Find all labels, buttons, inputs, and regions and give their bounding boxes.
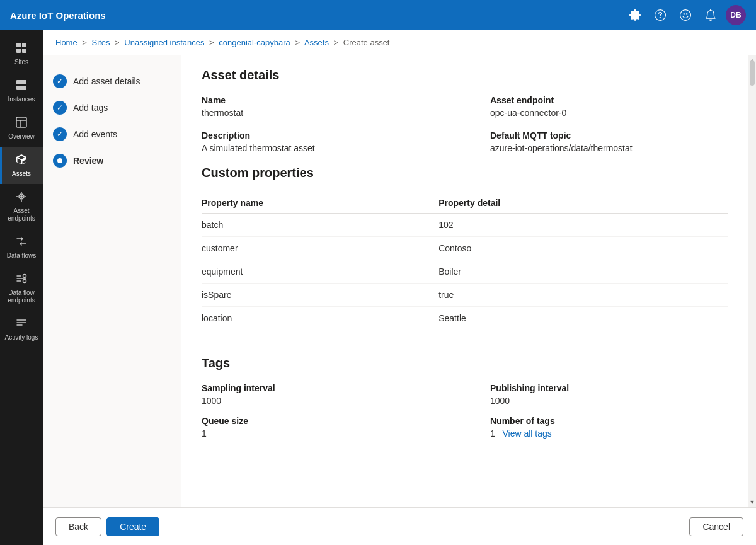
back-button[interactable]: Back: [55, 517, 101, 536]
sites-label: Sites: [14, 59, 28, 66]
top-bar-icons: DB: [625, 5, 746, 25]
table-row: batch102: [202, 214, 728, 237]
queue-size-field-group: Queue size 1: [202, 416, 440, 439]
assets-label: Assets: [12, 170, 31, 178]
queue-size-label: Queue size: [202, 416, 440, 426]
create-button[interactable]: Create: [106, 517, 159, 536]
step-icon-add-events: ✓: [53, 127, 67, 141]
help-icon[interactable]: [650, 5, 670, 25]
wizard-step-review: Review: [53, 147, 171, 174]
mqtt-label: Default MQTT topic: [490, 130, 728, 141]
section-divider: [202, 343, 728, 343]
breadcrumb: Home > Sites > Unassigned instances > co…: [43, 30, 756, 55]
tags-field-grid: Sampling interval 1000 Publishing interv…: [202, 383, 728, 439]
asset-endpoints-icon: [15, 190, 28, 205]
breadcrumb-unassigned[interactable]: Unassigned instances: [124, 38, 204, 47]
property-detail-cell: true: [438, 284, 728, 307]
property-detail-cell: Contoso: [438, 237, 728, 260]
form-area: Asset details Name thermostat Asset endp…: [181, 55, 748, 507]
property-name-cell: equipment: [202, 260, 438, 284]
data-flows-label: Data flows: [7, 252, 37, 260]
asset-details-grid: Name thermostat Asset endpoint opc-ua-co…: [202, 95, 728, 153]
cancel-button[interactable]: Cancel: [689, 517, 743, 536]
number-of-tags-label: Number of tags: [490, 416, 728, 426]
property-name-header: Property name: [202, 193, 438, 214]
wizard-panel: ✓ Add asset details ✓ Add tags ✓ Add eve…: [43, 55, 181, 507]
table-row: locationSeattle: [202, 307, 728, 330]
publishing-interval-label: Publishing interval: [490, 383, 728, 393]
sidebar-item-data-flow-endpoints[interactable]: Data flow endpoints: [0, 266, 43, 311]
asset-details-title: Asset details: [202, 68, 728, 83]
sidebar-item-asset-endpoints[interactable]: Asset endpoints: [0, 184, 43, 229]
wizard-step-add-asset-details: ✓ Add asset details: [53, 68, 171, 95]
asset-endpoint-value: opc-ua-connector-0: [490, 108, 728, 118]
breadcrumb-sites[interactable]: Sites: [92, 38, 110, 47]
feedback-icon[interactable]: [675, 5, 696, 25]
step-icon-add-tags: ✓: [53, 101, 67, 115]
settings-icon[interactable]: [625, 5, 645, 25]
action-bar: Back Create Cancel: [43, 507, 756, 545]
step-icon-add-asset-details: ✓: [53, 74, 67, 88]
publishing-interval-value: 1000: [490, 396, 728, 406]
data-flow-endpoints-icon: [15, 272, 28, 287]
publishing-interval-field-group: Publishing interval 1000: [490, 383, 728, 406]
sidebar-item-instances[interactable]: Instances: [0, 72, 43, 110]
step-label-review: Review: [73, 156, 103, 166]
instances-label: Instances: [8, 96, 35, 103]
tags-title: Tags: [202, 356, 728, 370]
breadcrumb-assets[interactable]: Assets: [304, 38, 329, 47]
svg-rect-4: [16, 80, 26, 84]
app-title: Azure IoT Operations: [10, 10, 625, 21]
number-of-tags-field-group: Number of tags 1 View all tags: [490, 416, 728, 439]
svg-point-11: [23, 275, 26, 278]
svg-rect-0: [16, 43, 21, 47]
sampling-interval-label: Sampling interval: [202, 383, 440, 393]
mqtt-field-group: Default MQTT topic azure-iot-operations/…: [490, 130, 728, 153]
name-label: Name: [202, 95, 440, 105]
overview-icon: [15, 116, 28, 130]
wizard-step-add-events: ✓ Add events: [53, 121, 171, 147]
property-name-cell: location: [202, 307, 438, 330]
data-flows-icon: [15, 235, 28, 250]
instances-icon: [15, 79, 28, 93]
scrollbar-thumb[interactable]: [750, 60, 755, 86]
custom-properties-table: Property name Property detail batch102cu…: [202, 193, 728, 330]
breadcrumb-current: Create asset: [343, 38, 390, 47]
breadcrumb-instance[interactable]: congenial-capybara: [219, 38, 290, 47]
step-label-add-asset-details: Add asset details: [73, 76, 140, 86]
step-label-add-tags: Add tags: [73, 103, 108, 113]
user-avatar[interactable]: DB: [726, 5, 746, 25]
svg-point-10: [20, 195, 23, 198]
overview-label: Overview: [8, 133, 35, 141]
svg-rect-2: [16, 49, 21, 53]
table-row: equipmentBoiler: [202, 260, 728, 284]
svg-rect-6: [16, 117, 26, 127]
name-value: thermostat: [202, 108, 440, 118]
sidebar-item-data-flows[interactable]: Data flows: [0, 229, 43, 266]
data-flow-endpoints-label: Data flow endpoints: [3, 289, 40, 304]
wizard-step-add-tags: ✓ Add tags: [53, 95, 171, 121]
sidebar: Sites Instances Overview Assets Asset en…: [0, 30, 43, 545]
property-detail-cell: 102: [438, 214, 728, 237]
breadcrumb-home[interactable]: Home: [55, 38, 77, 47]
sidebar-item-overview[interactable]: Overview: [0, 110, 43, 147]
form-content: Asset details Name thermostat Asset endp…: [181, 55, 748, 451]
sidebar-item-activity-logs[interactable]: Activity logs: [0, 311, 43, 348]
sidebar-item-sites[interactable]: Sites: [0, 35, 43, 72]
view-all-tags-link[interactable]: View all tags: [502, 428, 551, 439]
main-layout: Sites Instances Overview Assets Asset en…: [0, 30, 756, 545]
property-name-cell: isSpare: [202, 284, 438, 307]
sidebar-item-assets[interactable]: Assets: [0, 147, 43, 184]
activity-logs-label: Activity logs: [5, 334, 38, 341]
inner-layout: ✓ Add asset details ✓ Add tags ✓ Add eve…: [43, 55, 756, 507]
svg-rect-5: [16, 86, 26, 90]
top-bar: Azure IoT Operations DB: [0, 0, 756, 30]
sampling-interval-value: 1000: [202, 396, 440, 406]
table-row: customerContoso: [202, 237, 728, 260]
notifications-icon[interactable]: [701, 5, 721, 25]
custom-properties-title: Custom properties: [202, 166, 728, 180]
svg-point-12: [23, 280, 26, 283]
svg-rect-1: [22, 43, 26, 47]
activity-logs-icon: [15, 317, 28, 331]
scroll-down-arrow[interactable]: ▼: [748, 497, 756, 507]
